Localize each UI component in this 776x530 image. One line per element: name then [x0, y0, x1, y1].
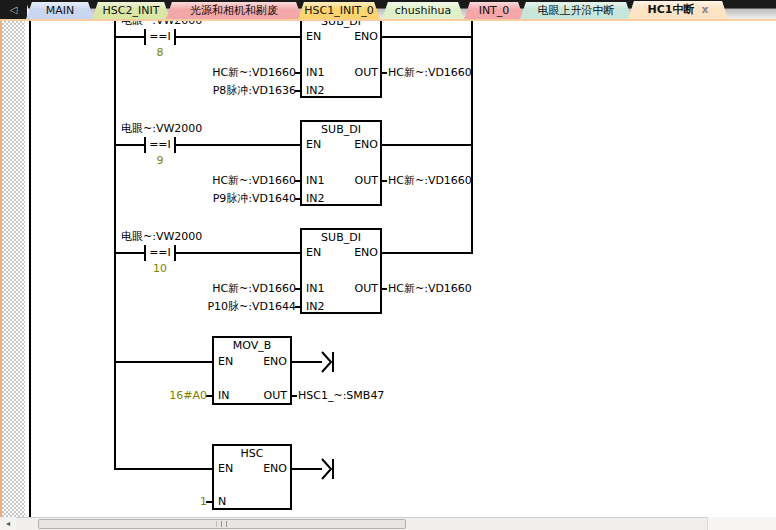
wire	[382, 36, 471, 38]
eno-label: ENO	[354, 138, 378, 151]
out-label: OUT	[355, 66, 378, 79]
out-label: OUT	[355, 174, 378, 187]
in2-label: IN2	[306, 84, 324, 97]
wire	[292, 395, 297, 397]
plc-editor-window: 电眼~:VW2000 ==I 8 SUB_DI EN ENO IN1 OUT I…	[0, 0, 776, 530]
tab-hsc1-init-0[interactable]: HSC1_INIT_0	[298, 2, 380, 19]
scrollbar-thumb-grip	[217, 521, 228, 527]
tab-eye-rising-edge-interrupt[interactable]: 电眼上升沿中断	[520, 2, 632, 19]
in1-operand[interactable]: HC新~:VD1660	[212, 66, 296, 79]
wire	[382, 144, 471, 146]
compare-contact-symbol[interactable]: ==I	[146, 246, 174, 259]
in2-operand[interactable]: P8脉冲:VD1636	[213, 84, 296, 97]
wire	[382, 72, 387, 74]
block-title: MOV_B	[212, 339, 292, 352]
wire	[115, 144, 145, 146]
close-tab-icon[interactable]: x	[701, 3, 708, 16]
compare-contact-symbol[interactable]: ==I	[146, 30, 174, 43]
wire	[382, 180, 387, 182]
eno-label: ENO	[263, 462, 287, 475]
tab-main[interactable]: MAIN	[26, 2, 94, 19]
eno-label: ENO	[354, 30, 378, 43]
continuation-arrow-icon	[321, 349, 335, 375]
wire	[115, 252, 145, 254]
tab-scroll-left-button[interactable]: ◁	[0, 0, 27, 19]
in2-operand[interactable]: P9脉冲:VD1640	[213, 192, 296, 205]
out-operand[interactable]: HC新~:VD1660	[388, 282, 472, 295]
in1-label: IN1	[306, 282, 324, 295]
in2-operand[interactable]: P10脉~:VD1644	[207, 300, 296, 313]
ladder-editor-canvas	[0, 21, 776, 517]
branch-merge-rail	[471, 21, 473, 254]
compare-value[interactable]: 8	[146, 46, 174, 59]
tab-light-source-camera-reject[interactable]: 光源和相机和剔废	[166, 2, 302, 19]
en-label: EN	[306, 30, 321, 43]
tab-bar-underline	[0, 19, 776, 21]
compare-value[interactable]: 9	[146, 154, 174, 167]
out-operand[interactable]: HC新~:VD1660	[388, 174, 472, 187]
in1-label: IN1	[306, 174, 324, 187]
in1-operand[interactable]: HC新~:VD1660	[212, 174, 296, 187]
wire	[382, 288, 387, 290]
out-label: OUT	[264, 389, 287, 402]
en-label: EN	[218, 462, 233, 475]
compare-contact-symbol[interactable]: ==I	[146, 138, 174, 151]
network-left-edge-line	[29, 21, 31, 517]
out-operand[interactable]: HSC1_~:SMB47	[298, 389, 384, 402]
in1-label: IN1	[306, 66, 324, 79]
contact-operand-label[interactable]: 电眼~:VW2000	[121, 230, 202, 243]
compare-value[interactable]: 10	[146, 262, 174, 275]
contact-operand-label[interactable]: 电眼~:VW2000	[121, 122, 202, 135]
n-constant-value[interactable]: 1	[200, 495, 207, 508]
scrollbar-right-zone	[707, 517, 776, 530]
out-operand[interactable]: HC新~:VD1660	[388, 66, 472, 79]
wire	[115, 468, 212, 470]
continuation-arrow-icon	[321, 456, 335, 482]
wire	[176, 252, 300, 254]
in1-operand[interactable]: HC新~:VD1660	[212, 282, 296, 295]
tab-hc1-interrupt-label: HC1中断	[647, 3, 694, 16]
wire	[292, 361, 322, 363]
scrollbar-left-arrow-button[interactable]: ◂	[0, 517, 16, 530]
tab-chushihua[interactable]: chushihua	[382, 2, 464, 19]
margin-checker-strip	[2, 21, 25, 517]
tab-hsc2-init[interactable]: HSC2_INIT	[92, 2, 170, 19]
in2-label: IN2	[306, 192, 324, 205]
wire	[382, 252, 471, 254]
n-label: N	[218, 495, 226, 508]
wire	[115, 36, 145, 38]
tab-hc1-interrupt[interactable]: HC1中断x	[628, 1, 728, 19]
power-rail-left	[114, 21, 116, 470]
scrollbar-left-arrow-icon: ◂	[6, 519, 10, 528]
scroll-left-icon: ◁	[10, 4, 18, 15]
in2-label: IN2	[306, 300, 324, 313]
en-label: EN	[218, 355, 233, 368]
scrollbar-thumb[interactable]	[38, 519, 406, 529]
eno-label: ENO	[263, 355, 287, 368]
wire	[176, 36, 300, 38]
en-label: EN	[306, 138, 321, 151]
in-label: IN	[218, 389, 229, 402]
in-constant-value[interactable]: 16#A0	[169, 389, 207, 402]
wire	[176, 144, 300, 146]
block-title: SUB_DI	[300, 123, 382, 136]
wire	[115, 361, 212, 363]
block-title: SUB_DI	[300, 231, 382, 244]
en-label: EN	[306, 246, 321, 259]
tab-int-0[interactable]: INT_0	[464, 2, 524, 19]
wire	[292, 468, 322, 470]
block-title: HSC	[212, 447, 292, 460]
eno-label: ENO	[354, 246, 378, 259]
out-label: OUT	[355, 282, 378, 295]
